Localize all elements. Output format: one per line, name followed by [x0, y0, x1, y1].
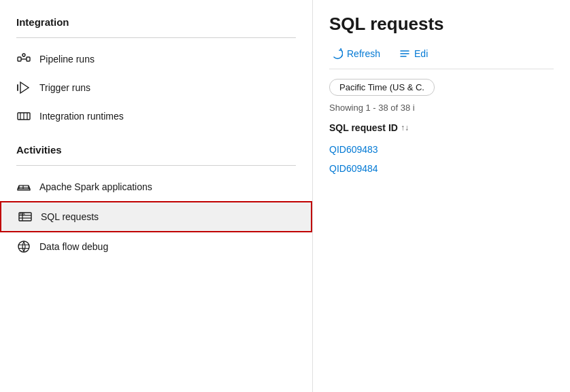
main-content: SQL requests Refresh Edi Pacific Time (U… — [313, 0, 570, 392]
activities-section: Activities Apache Spark applications — [0, 141, 312, 261]
sidebar-item-label: Pipeline runs — [39, 54, 95, 65]
column-header-label: SQL request ID — [329, 122, 398, 133]
sql-request-link-1[interactable]: QID609483 — [329, 144, 378, 155]
svg-rect-0 — [18, 57, 21, 61]
sidebar-item-data-flow-debug[interactable]: Data flow debug — [0, 232, 312, 261]
refresh-button[interactable]: Refresh — [329, 46, 383, 62]
showing-count: Showing 1 - 38 of 38 i — [329, 103, 554, 113]
timezone-selector[interactable]: Pacific Time (US & C. — [329, 79, 435, 96]
sidebar-item-label: Apache Spark applications — [39, 181, 152, 192]
refresh-icon — [332, 48, 343, 59]
refresh-label: Refresh — [347, 48, 380, 59]
sql-request-link-2[interactable]: QID609484 — [329, 163, 378, 174]
dataflow-icon — [16, 239, 31, 254]
pipeline-icon — [16, 52, 31, 67]
sort-icon[interactable]: ↑↓ — [401, 123, 409, 132]
sidebar-item-label: Integration runtimes — [39, 111, 124, 122]
toolbar: Refresh Edi — [329, 46, 554, 69]
edit-label: Edi — [414, 48, 428, 59]
edit-icon — [399, 48, 410, 59]
sql-icon: SQL — [18, 209, 33, 224]
integration-divider — [16, 37, 296, 38]
sidebar-item-apache-spark[interactable]: Apache Spark applications — [0, 173, 312, 201]
svg-rect-1 — [27, 57, 30, 61]
activities-divider — [16, 165, 296, 166]
sidebar-item-integration-runtimes[interactable]: Integration runtimes — [0, 102, 312, 130]
page-title: SQL requests — [329, 14, 554, 35]
svg-marker-5 — [20, 82, 29, 93]
sidebar-item-label: SQL requests — [41, 211, 99, 222]
integration-section-title: Integration — [0, 14, 312, 33]
sidebar-item-pipeline-runs[interactable]: Pipeline runs — [0, 45, 312, 73]
trigger-icon — [16, 80, 31, 95]
svg-point-24 — [18, 241, 29, 252]
svg-rect-11 — [18, 189, 30, 190]
sidebar: Integration Pipeline runs Trigger runs — [0, 0, 313, 392]
edit-button[interactable]: Edi — [397, 46, 431, 62]
spark-icon — [16, 179, 31, 194]
timezone-label: Pacific Time (US & C. — [339, 82, 424, 92]
sidebar-item-label: Data flow debug — [39, 241, 108, 252]
svg-point-3 — [22, 54, 25, 56]
runtime-icon — [16, 109, 31, 124]
svg-text:SQL: SQL — [20, 212, 26, 215]
sidebar-item-label: Trigger runs — [39, 82, 90, 93]
sidebar-item-sql-requests[interactable]: SQL SQL requests — [0, 201, 312, 232]
activities-section-title: Activities — [0, 141, 312, 161]
table-row: QID609483 — [329, 140, 554, 159]
table-row: QID609484 — [329, 159, 554, 178]
table-header-sql-request-id: SQL request ID ↑↓ — [329, 122, 554, 133]
sidebar-item-trigger-runs[interactable]: Trigger runs — [0, 73, 312, 102]
